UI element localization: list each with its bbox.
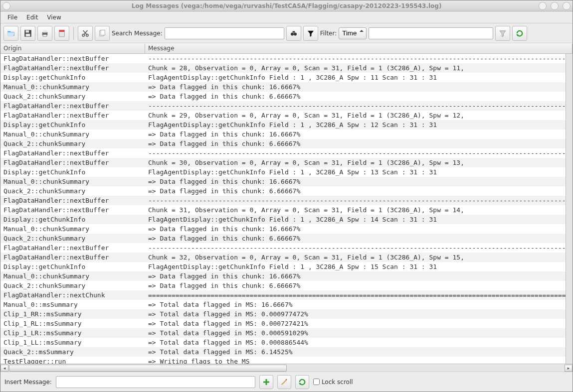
- table-row[interactable]: Clip_1_LL::msSummary=> Total data flagge…: [0, 338, 566, 347]
- svg-rect-11: [101, 30, 105, 35]
- search-input[interactable]: [165, 27, 284, 39]
- table-row[interactable]: Clip_1_LR::msSummary=> Total data flagge…: [0, 328, 566, 338]
- table-row[interactable]: Manual_0::chunkSummary=> Data flagged in…: [0, 177, 566, 186]
- edit-button[interactable]: [277, 375, 291, 389]
- lock-scroll-input[interactable]: [313, 379, 320, 385]
- refresh-button[interactable]: [512, 26, 527, 41]
- apply-filter-button[interactable]: [495, 26, 510, 41]
- table-row[interactable]: TestFlagger::run=> Writing flags to the …: [0, 357, 566, 364]
- filter-input[interactable]: [369, 27, 493, 39]
- table-row[interactable]: Manual_0::chunkSummary=> Data flagged in…: [0, 271, 566, 281]
- refresh-icon: [515, 29, 524, 38]
- table-row[interactable]: FlagDataHandler::nextBuffer-------------…: [0, 196, 566, 205]
- message-cell: => Data flagged in this chunk: 16.6667%: [145, 82, 566, 92]
- add-button[interactable]: [259, 375, 273, 389]
- table-row[interactable]: Display::getChunkInfoFlagAgentDisplay::g…: [0, 73, 566, 82]
- window-menu-button[interactable]: [2, 2, 10, 10]
- printer-icon: [40, 29, 49, 38]
- table-row[interactable]: Quack_2::chunkSummary=> Data flagged in …: [0, 186, 566, 196]
- table-row[interactable]: Quack_2::chunkSummary=> Data flagged in …: [0, 281, 566, 290]
- cut-button[interactable]: [78, 26, 93, 41]
- table-row[interactable]: Quack_2::chunkSummary=> Data flagged in …: [0, 234, 566, 243]
- table-body[interactable]: FlagDataHandler::nextBuffer-------------…: [0, 54, 566, 364]
- scroll-right-button[interactable]: ▸: [565, 365, 573, 372]
- table-row[interactable]: Manual_0::msSummary=> Total data flagged…: [0, 300, 566, 309]
- message-cell: ----------------------------------------…: [145, 243, 566, 253]
- message-cell: ========================================…: [145, 290, 566, 300]
- table-row[interactable]: Manual_0::chunkSummary=> Data flagged in…: [0, 224, 566, 234]
- table-row[interactable]: FlagDataHandler::nextBuffer-------------…: [0, 101, 566, 111]
- table-row[interactable]: Display::getChunkInfoFlagAgentDisplay::g…: [0, 262, 566, 271]
- origin-cell: Quack_2::chunkSummary: [0, 186, 145, 196]
- find-button[interactable]: [286, 26, 301, 41]
- table-row[interactable]: FlagDataHandler::nextBufferChunk = 31, O…: [0, 205, 566, 215]
- table-row[interactable]: Clip_1_RL::msSummary=> Total data flagge…: [0, 319, 566, 328]
- message-cell: FlagAgentDisplay::getChunkInfo Field : 1…: [145, 167, 566, 177]
- scroll-thumb[interactable]: [9, 365, 287, 372]
- titlebar: Log Messages (vega:/home/vega/rurvashi/T…: [0, 0, 573, 11]
- table-row[interactable]: FlagDataHandler::nextBufferChunk = 28, O…: [0, 63, 566, 73]
- vertical-scrollbar[interactable]: [566, 54, 573, 364]
- filter-toggle-button[interactable]: [303, 26, 318, 41]
- copy-button[interactable]: [95, 26, 110, 41]
- table-row[interactable]: Quack_2::chunkSummary=> Data flagged in …: [0, 139, 566, 148]
- refresh-icon: [298, 378, 307, 387]
- origin-cell: Manual_0::chunkSummary: [0, 271, 145, 281]
- plus-icon: [262, 378, 271, 387]
- message-cell: ----------------------------------------…: [145, 148, 566, 158]
- insert-input[interactable]: [56, 376, 255, 388]
- table-row[interactable]: Manual_0::chunkSummary=> Data flagged in…: [0, 82, 566, 92]
- origin-cell: Clip_1_LL::msSummary: [0, 338, 145, 347]
- table-row[interactable]: FlagDataHandler::nextBuffer-------------…: [0, 54, 566, 63]
- lock-scroll-checkbox[interactable]: Lock scroll: [313, 379, 353, 386]
- scroll-track[interactable]: [9, 365, 564, 372]
- menu-file[interactable]: File: [3, 13, 21, 22]
- open-button[interactable]: [3, 26, 18, 41]
- filter-select[interactable]: Time: [339, 27, 367, 39]
- origin-cell: Clip_1_RL::msSummary: [0, 319, 145, 328]
- message-cell: Chunk = 31, Observation = 0, Array = 0, …: [145, 205, 566, 215]
- table-row[interactable]: Display::getChunkInfoFlagAgentDisplay::g…: [0, 120, 566, 130]
- message-cell: => Data flagged in this chunk: 6.66667%: [145, 139, 566, 148]
- table-row[interactable]: FlagDataHandler::nextBufferChunk = 32, O…: [0, 253, 566, 262]
- toolbar: Search Message: Filter: Time: [0, 23, 573, 43]
- svg-rect-7: [59, 30, 65, 32]
- copy-icon: [98, 29, 107, 38]
- table-row[interactable]: FlagDataHandler::nextBuffer-------------…: [0, 243, 566, 253]
- table-row[interactable]: Quack_2::chunkSummary=> Data flagged in …: [0, 92, 566, 101]
- message-cell: => Total data flagged in MS: 0.000591029…: [145, 328, 566, 338]
- origin-cell: FlagDataHandler::nextBuffer: [0, 111, 145, 120]
- print-button[interactable]: [37, 26, 52, 41]
- maximize-button[interactable]: [551, 2, 559, 10]
- menu-view[interactable]: View: [43, 13, 65, 22]
- folder-open-icon: [6, 29, 15, 38]
- svg-rect-14: [292, 31, 295, 32]
- table-row[interactable]: Display::getChunkInfoFlagAgentDisplay::g…: [0, 215, 566, 224]
- floppy-disk-icon: [23, 29, 32, 38]
- column-origin-header[interactable]: Origin: [0, 44, 145, 53]
- table-row[interactable]: Display::getChunkInfoFlagAgentDisplay::g…: [0, 167, 566, 177]
- close-button[interactable]: [563, 2, 571, 10]
- scroll-left-button[interactable]: ◂: [0, 365, 8, 372]
- menu-edit[interactable]: Edit: [22, 13, 42, 22]
- scissors-icon: [81, 29, 90, 38]
- table-row[interactable]: FlagDataHandler::nextChunk==============…: [0, 290, 566, 300]
- table-row[interactable]: Clip_1_RR::msSummary=> Total data flagge…: [0, 309, 566, 319]
- table-row[interactable]: FlagDataHandler::nextBufferChunk = 30, O…: [0, 158, 566, 167]
- origin-cell: Clip_1_LR::msSummary: [0, 328, 145, 338]
- origin-cell: FlagDataHandler::nextBuffer: [0, 54, 145, 63]
- table-row[interactable]: Quack_2::msSummary=> Total data flagged …: [0, 347, 566, 357]
- horizontal-scrollbar[interactable]: ◂ ▸: [0, 364, 573, 372]
- origin-cell: Quack_2::chunkSummary: [0, 234, 145, 243]
- reload-button[interactable]: [295, 375, 309, 389]
- table-header: Origin Message: [0, 44, 573, 54]
- save-button[interactable]: [20, 26, 35, 41]
- export-pdf-button[interactable]: [54, 26, 69, 41]
- minimize-button[interactable]: [539, 2, 547, 10]
- table-row[interactable]: Manual_0::chunkSummary=> Data flagged in…: [0, 130, 566, 139]
- table-row[interactable]: FlagDataHandler::nextBuffer-------------…: [0, 148, 566, 158]
- column-message-header[interactable]: Message: [145, 44, 573, 53]
- origin-cell: FlagDataHandler::nextBuffer: [0, 253, 145, 262]
- message-cell: FlagAgentDisplay::getChunkInfo Field : 1…: [145, 120, 566, 130]
- table-row[interactable]: FlagDataHandler::nextBufferChunk = 29, O…: [0, 111, 566, 120]
